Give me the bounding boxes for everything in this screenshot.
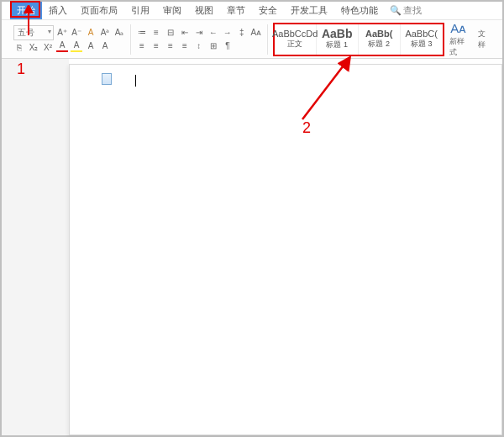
style-label: 标题 2 (368, 39, 390, 50)
font-size-select[interactable]: 五号 (13, 25, 54, 40)
tab-references[interactable]: 引用 (124, 2, 156, 19)
workspace (2, 59, 502, 435)
annotation-label-1: 1 (17, 61, 25, 78)
document-page[interactable] (69, 64, 502, 435)
align-left-icon[interactable]: ≡ (136, 40, 148, 52)
style-label: 正文 (287, 39, 302, 50)
right-indent-icon[interactable]: → (222, 27, 234, 39)
font-style-icon[interactable]: Aᴀ (250, 27, 262, 39)
tab-security[interactable]: 安全 (252, 2, 284, 19)
multilevel-icon[interactable]: ⊟ (165, 27, 176, 39)
style-heading-2[interactable]: AaBb( 标题 2 (359, 24, 401, 55)
font-color-icon[interactable]: A (56, 40, 68, 52)
new-style-label: 新样式 (449, 36, 468, 58)
font-effect-icon[interactable]: A (99, 40, 111, 52)
ribbon: 五号 ⎘ X₂ X² A⁺ A⁻ A Aᵃ Aₐ A A A (2, 20, 502, 59)
numbering-icon[interactable]: ≡ (150, 27, 162, 39)
borders-icon[interactable]: ⊞ (207, 40, 219, 52)
char-shading-icon[interactable]: A (85, 40, 97, 52)
align-justify-icon[interactable]: ≡ (179, 40, 191, 52)
separator (267, 24, 268, 55)
style-preview: AaBb( (365, 29, 392, 39)
superscript-icon[interactable]: X² (42, 42, 54, 54)
format-painter-icon[interactable]: ⎘ (13, 42, 25, 54)
decrease-indent-icon[interactable]: ⇤ (179, 27, 191, 39)
tab-chapter[interactable]: 章节 (220, 2, 252, 19)
tab-special[interactable]: 特色功能 (334, 2, 385, 19)
app-window: 开始 插入 页面布局 引用 审阅 视图 章节 安全 开发工具 特色功能 🔍 查找… (0, 0, 504, 437)
bullets-icon[interactable]: ≔ (136, 27, 148, 39)
letter-icon[interactable]: Aₐ (113, 27, 125, 39)
tab-review[interactable]: 审阅 (156, 2, 188, 19)
paragraph-mark-icon[interactable]: ¶ (222, 40, 234, 52)
shrink-font-icon[interactable]: A⁻ (71, 27, 82, 39)
new-style-button[interactable]: Aᴀ 新样式 (444, 21, 473, 58)
search-label: 查找 (403, 4, 422, 17)
style-heading-1[interactable]: AaBb 标题 1 (317, 24, 359, 55)
left-gutter (2, 59, 69, 435)
align-right-icon[interactable]: ≡ (165, 40, 176, 52)
clear-format-icon[interactable]: A (85, 27, 97, 39)
increase-indent-icon[interactable]: ⇥ (193, 27, 205, 39)
tab-devtools[interactable]: 开发工具 (284, 2, 334, 19)
left-indent-icon[interactable]: ← (207, 27, 219, 39)
line-height-icon[interactable]: ‡ (236, 27, 248, 39)
strike-icon[interactable]: X₂ (28, 42, 39, 54)
font-group: 五号 ⎘ X₂ X² A⁺ A⁻ A Aᵃ Aₐ A A A (8, 25, 130, 54)
menu-tabbar: 开始 插入 页面布局 引用 审阅 视图 章节 安全 开发工具 特色功能 🔍 查找 (2, 2, 502, 20)
page-icon (102, 73, 112, 85)
style-label: 标题 1 (326, 39, 348, 50)
tab-view[interactable]: 视图 (188, 2, 220, 19)
search-box[interactable]: 🔍 查找 (385, 2, 422, 19)
search-icon: 🔍 (390, 5, 402, 16)
tab-start[interactable]: 开始 (10, 2, 42, 19)
more-styles-label: 文样 (478, 29, 491, 50)
style-heading-3[interactable]: AaBbC( 标题 3 (401, 24, 443, 55)
style-label: 标题 3 (411, 39, 433, 50)
text-cursor (135, 75, 136, 87)
new-style-icon: Aᴀ (450, 21, 466, 36)
style-preview: AaBbCcDd (272, 29, 318, 39)
highlight-icon[interactable]: A (71, 40, 82, 52)
case-icon[interactable]: Aᵃ (99, 27, 111, 39)
style-preview: AaBbC( (405, 29, 438, 39)
more-styles-button[interactable]: 文样 (473, 29, 496, 50)
paragraph-group: ≔ ≡ ⊟ ⇤ ⇥ ← → ‡ Aᴀ ≡ ≡ ≡ ≡ ↕ ⊞ ¶ (131, 27, 267, 52)
align-center-icon[interactable]: ≡ (150, 40, 162, 52)
tab-layout[interactable]: 页面布局 (74, 2, 124, 19)
style-preview: AaBb (322, 28, 353, 39)
spacing-icon[interactable]: ↕ (193, 40, 205, 52)
annotation-label-2: 2 (302, 119, 311, 137)
grow-font-icon[interactable]: A⁺ (56, 27, 68, 39)
style-normal[interactable]: AaBbCcDd 正文 (275, 24, 317, 55)
tab-insert[interactable]: 插入 (42, 2, 74, 19)
styles-gallery: AaBbCcDd 正文 AaBb 标题 1 AaBb( 标题 2 AaBbC( … (273, 23, 444, 56)
